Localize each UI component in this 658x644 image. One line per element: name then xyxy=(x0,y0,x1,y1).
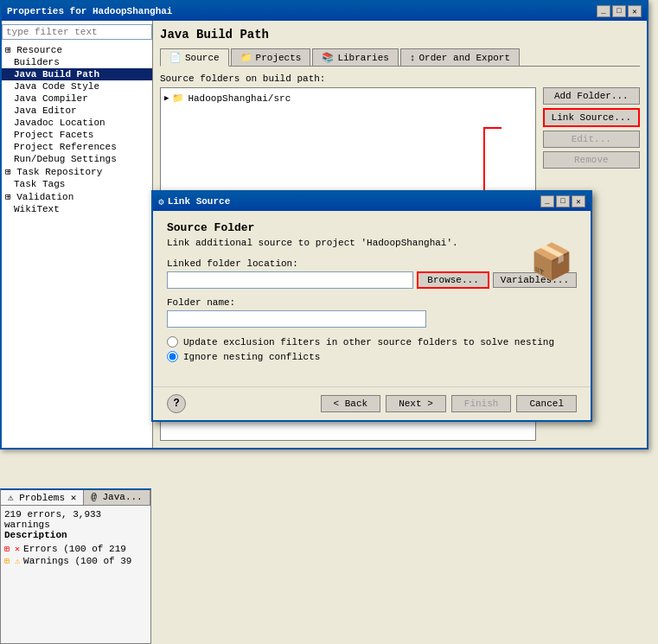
java-tab[interactable]: @ Java... xyxy=(84,490,150,505)
sidebar: ⊞ Resource Builders Java Build Path Java… xyxy=(2,21,153,448)
java-tab-label: @ Java... xyxy=(91,492,142,502)
dialog-footer: ? < Back Next > Finish Cancel xyxy=(153,386,591,420)
linked-folder-label: Linked folder location: xyxy=(167,258,577,269)
bottom-panel-tabs: ⚠ Problems ✕ @ Java... xyxy=(1,490,150,506)
dialog-window-controls: _ □ ✕ xyxy=(540,195,585,207)
footer-buttons: < Back Next > Finish Cancel xyxy=(321,395,577,412)
close-button[interactable]: ✕ xyxy=(628,5,642,17)
warning-icon: ⊞ ⚠ xyxy=(4,556,20,566)
remove-button[interactable]: Remove xyxy=(543,151,640,169)
sidebar-item-project-facets[interactable]: Project Facets xyxy=(2,129,152,141)
sidebar-item-validation[interactable]: ⊞ Validation xyxy=(2,190,152,203)
radio-ignore-conflicts: Ignore nesting conflicts xyxy=(167,351,577,362)
edit-button[interactable]: Edit... xyxy=(543,131,640,148)
error-icon: ⊞ ✕ xyxy=(4,544,20,554)
tab-projects[interactable]: 📁 Projects xyxy=(231,48,311,66)
finish-button[interactable]: Finish xyxy=(451,395,512,412)
window-controls: _ □ ✕ xyxy=(597,5,642,17)
libraries-tab-label: Libraries xyxy=(337,53,388,63)
maximize-button[interactable]: □ xyxy=(612,5,626,17)
problems-content: 219 errors, 3,933 warnings Description ⊞… xyxy=(1,506,150,571)
projects-tab-icon: 📁 xyxy=(240,52,252,63)
radio-ignore-conflicts-label: Ignore nesting conflicts xyxy=(183,352,320,362)
source-folders-label: Source folders on build path: xyxy=(160,73,640,84)
nesting-radio-group: Update exclusion filters in other source… xyxy=(167,336,577,362)
sidebar-item-wikitext[interactable]: WikiText xyxy=(2,203,152,215)
linked-folder-row: Browse... Variables... xyxy=(167,271,577,289)
sidebar-item-javadoc-location[interactable]: Javadoc Location xyxy=(2,117,152,129)
source-tab-icon: 📄 xyxy=(169,52,182,63)
link-source-button[interactable]: Link Source... xyxy=(543,108,640,127)
source-tab-label: Source xyxy=(185,53,220,63)
sidebar-item-builders[interactable]: Builders xyxy=(2,56,152,68)
dialog-titlebar: ⚙ Link Source _ □ ✕ xyxy=(153,192,591,211)
panel-title: Java Build Path xyxy=(160,28,640,41)
source-path-label: HadoopShanghai/src xyxy=(188,93,291,104)
cancel-button[interactable]: Cancel xyxy=(516,395,577,412)
link-source-dialog: ⚙ Link Source _ □ ✕ Source Folder Link a… xyxy=(151,190,592,422)
filter-input[interactable] xyxy=(2,24,152,40)
tab-bar: 📄 Source 📁 Projects 📚 Libraries ↕ Order … xyxy=(160,48,640,67)
main-titlebar: Properties for HadoopShanghai _ □ ✕ xyxy=(2,2,647,21)
bottom-panel: ⚠ Problems ✕ @ Java... 219 errors, 3,933… xyxy=(0,488,151,644)
main-window-title: Properties for HadoopShanghai xyxy=(7,6,172,16)
dialog-maximize-button[interactable]: □ xyxy=(556,195,570,207)
tab-source[interactable]: 📄 Source xyxy=(160,48,229,67)
expand-icon: ▶ xyxy=(164,93,169,103)
warnings-label: Warnings (100 of 39 xyxy=(23,556,131,566)
libraries-tab-icon: 📚 xyxy=(322,52,334,63)
folder-name-row xyxy=(167,310,577,328)
sidebar-item-java-build-path[interactable]: Java Build Path xyxy=(2,68,152,80)
sidebar-item-java-compiler[interactable]: Java Compiler xyxy=(2,92,152,105)
sidebar-item-project-references[interactable]: Project References xyxy=(2,141,152,153)
problems-tab-label: Problems ✕ xyxy=(19,493,76,503)
errors-row: ⊞ ✕ Errors (100 of 219 xyxy=(4,544,147,554)
errors-label: Errors (100 of 219 xyxy=(23,544,126,554)
dialog-heading: Source Folder xyxy=(167,221,577,234)
dialog-minimize-button[interactable]: _ xyxy=(540,195,554,207)
dialog-title: ⚙ Link Source xyxy=(158,196,230,207)
sidebar-item-resource[interactable]: ⊞ Resource xyxy=(2,43,152,56)
radio-update-exclusion: Update exclusion filters in other source… xyxy=(167,336,577,348)
dialog-body: Source Folder Link additional source to … xyxy=(153,211,591,379)
folder-name-input[interactable] xyxy=(167,310,426,328)
radio-ignore-conflicts-input[interactable] xyxy=(167,351,178,362)
dialog-description: Link additional source to project 'Hadoo… xyxy=(167,238,577,248)
problems-tab[interactable]: ⚠ Problems ✕ xyxy=(1,490,84,505)
browse-button[interactable]: Browse... xyxy=(417,271,489,289)
sidebar-item-task-repository[interactable]: ⊞ Task Repository xyxy=(2,165,152,178)
help-button[interactable]: ? xyxy=(167,394,186,413)
minimize-button[interactable]: _ xyxy=(597,5,610,17)
add-folder-button[interactable]: Add Folder... xyxy=(543,87,640,105)
projects-tab-label: Projects xyxy=(256,53,302,63)
problems-tab-icon: ⚠ xyxy=(8,493,14,503)
gear-icon: ⚙ xyxy=(158,196,164,207)
problems-summary: 219 errors, 3,933 warnings xyxy=(4,509,147,530)
source-tree-item[interactable]: ▶ 📁 HadoopShanghai/src xyxy=(164,92,532,105)
sidebar-item-run-debug[interactable]: Run/Debug Settings xyxy=(2,153,152,165)
dialog-close-button[interactable]: ✕ xyxy=(572,195,585,207)
order-export-tab-label: Order and Export xyxy=(418,53,510,63)
order-export-tab-icon: ↕ xyxy=(410,53,416,63)
big-folder-icon: 📦 xyxy=(530,241,573,284)
folder-name-label: Folder name: xyxy=(167,297,577,308)
tab-libraries[interactable]: 📚 Libraries xyxy=(312,48,398,66)
radio-update-exclusion-input[interactable] xyxy=(167,336,178,348)
folder-icon: 📁 xyxy=(172,92,184,104)
tab-order-export[interactable]: ↕ Order and Export xyxy=(400,48,520,66)
warnings-row: ⊞ ⚠ Warnings (100 of 39 xyxy=(4,556,147,566)
next-button[interactable]: Next > xyxy=(386,395,446,412)
linked-folder-input[interactable] xyxy=(167,271,413,289)
radio-update-exclusion-label: Update exclusion filters in other source… xyxy=(183,337,554,348)
problems-desc-header: Description xyxy=(4,530,147,540)
sidebar-item-java-editor[interactable]: Java Editor xyxy=(2,105,152,117)
back-button[interactable]: < Back xyxy=(321,395,381,412)
sidebar-item-task-tags[interactable]: Task Tags xyxy=(2,178,152,190)
sidebar-item-java-code-style[interactable]: Java Code Style xyxy=(2,80,152,92)
